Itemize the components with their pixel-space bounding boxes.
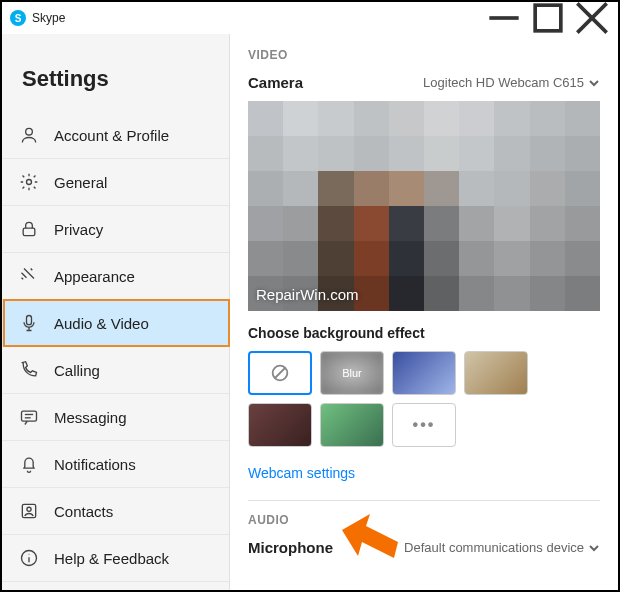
effect-blur[interactable]: Blur bbox=[320, 351, 384, 395]
effect-none[interactable] bbox=[248, 351, 312, 395]
window-controls bbox=[482, 3, 614, 33]
lock-icon bbox=[18, 218, 40, 240]
sidebar-item-appearance[interactable]: Appearance bbox=[2, 253, 229, 300]
svg-rect-1 bbox=[535, 5, 561, 31]
sparkle-icon bbox=[18, 265, 40, 287]
microphone-label: Microphone bbox=[248, 539, 333, 556]
sidebar-item-label: Appearance bbox=[54, 268, 135, 285]
svg-rect-6 bbox=[23, 228, 35, 236]
contacts-icon bbox=[18, 500, 40, 522]
chevron-down-icon bbox=[588, 77, 600, 89]
sidebar-item-label: General bbox=[54, 174, 107, 191]
sidebar-item-label: Account & Profile bbox=[54, 127, 169, 144]
body: Settings Account & Profile General Priva… bbox=[2, 34, 618, 590]
phone-icon bbox=[18, 359, 40, 381]
svg-point-12 bbox=[27, 507, 31, 511]
svg-line-17 bbox=[275, 368, 286, 379]
sidebar-item-contacts[interactable]: Contacts bbox=[2, 488, 229, 535]
titlebar: S Skype bbox=[2, 2, 618, 34]
close-button[interactable] bbox=[570, 3, 614, 33]
minimize-button[interactable] bbox=[482, 3, 526, 33]
pixelated-preview bbox=[248, 101, 600, 311]
effect-image-2[interactable] bbox=[464, 351, 528, 395]
sidebar-item-messaging[interactable]: Messaging bbox=[2, 394, 229, 441]
maximize-button[interactable] bbox=[526, 3, 570, 33]
sidebar-item-calling[interactable]: Calling bbox=[2, 347, 229, 394]
sidebar-item-help[interactable]: Help & Feedback bbox=[2, 535, 229, 582]
microphone-device-dropdown[interactable]: Default communications device bbox=[404, 540, 600, 555]
camera-preview: RepairWin.com bbox=[248, 101, 600, 311]
effect-image-1[interactable] bbox=[392, 351, 456, 395]
skype-logo-icon: S bbox=[10, 10, 26, 26]
sidebar-item-label: Help & Feedback bbox=[54, 550, 169, 567]
microphone-device-value: Default communications device bbox=[404, 540, 584, 555]
gear-icon bbox=[18, 171, 40, 193]
sidebar-item-general[interactable]: General bbox=[2, 159, 229, 206]
message-icon bbox=[18, 406, 40, 428]
sidebar-item-audio-video[interactable]: Audio & Video bbox=[2, 300, 229, 347]
app-title: Skype bbox=[32, 11, 482, 25]
effect-image-4[interactable] bbox=[320, 403, 384, 447]
effect-more-button[interactable]: ••• bbox=[392, 403, 456, 447]
sidebar-item-label: Audio & Video bbox=[54, 315, 149, 332]
webcam-settings-link[interactable]: Webcam settings bbox=[248, 465, 355, 481]
chevron-down-icon bbox=[588, 542, 600, 554]
sidebar-item-label: Calling bbox=[54, 362, 100, 379]
main-content: VIDEO Camera Logitech HD Webcam C615 R bbox=[230, 34, 618, 590]
camera-device-dropdown[interactable]: Logitech HD Webcam C615 bbox=[423, 75, 600, 90]
microphone-row: Microphone Default communications device bbox=[248, 539, 600, 556]
sidebar-item-privacy[interactable]: Privacy bbox=[2, 206, 229, 253]
sidebar-title: Settings bbox=[2, 48, 229, 112]
sidebar-item-account[interactable]: Account & Profile bbox=[2, 112, 229, 159]
video-section-label: VIDEO bbox=[248, 48, 600, 62]
microphone-icon bbox=[18, 312, 40, 334]
audio-section-label: AUDIO bbox=[248, 513, 600, 527]
sidebar-item-notifications[interactable]: Notifications bbox=[2, 441, 229, 488]
camera-device-value: Logitech HD Webcam C615 bbox=[423, 75, 584, 90]
bell-icon bbox=[18, 453, 40, 475]
svg-rect-7 bbox=[27, 316, 32, 325]
svg-rect-8 bbox=[22, 411, 37, 421]
none-icon bbox=[269, 362, 291, 384]
sidebar-item-label: Privacy bbox=[54, 221, 103, 238]
preview-watermark: RepairWin.com bbox=[256, 286, 359, 303]
sidebar-item-label: Messaging bbox=[54, 409, 127, 426]
background-effect-label: Choose background effect bbox=[248, 325, 600, 341]
effect-blur-label: Blur bbox=[342, 367, 362, 379]
sidebar: Settings Account & Profile General Priva… bbox=[2, 34, 230, 590]
camera-row: Camera Logitech HD Webcam C615 bbox=[248, 74, 600, 91]
person-icon bbox=[18, 124, 40, 146]
section-separator bbox=[248, 500, 600, 501]
sidebar-item-label: Contacts bbox=[54, 503, 113, 520]
effects-row-1: Blur bbox=[248, 351, 600, 395]
info-icon bbox=[18, 547, 40, 569]
app-window: S Skype Settings Account & Profile bbox=[0, 0, 620, 592]
svg-point-5 bbox=[27, 180, 32, 185]
effect-image-3[interactable] bbox=[248, 403, 312, 447]
sidebar-item-label: Notifications bbox=[54, 456, 136, 473]
camera-label: Camera bbox=[248, 74, 303, 91]
effects-row-2: ••• bbox=[248, 403, 600, 447]
svg-point-4 bbox=[26, 128, 33, 135]
svg-point-15 bbox=[29, 554, 30, 555]
more-label: ••• bbox=[413, 416, 436, 434]
